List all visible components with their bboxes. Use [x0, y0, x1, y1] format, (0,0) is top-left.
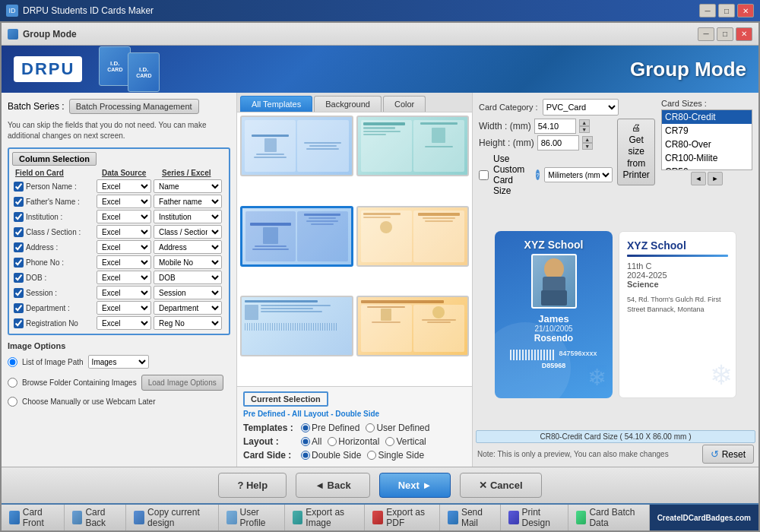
custom-size-checkbox[interactable] — [479, 170, 489, 180]
radio-double-side[interactable]: Double Side — [301, 450, 361, 461]
tab-all-templates[interactable]: All Templates — [240, 96, 312, 112]
col-header-field[interactable]: Field on Card — [15, 169, 99, 177]
value-select-class[interactable]: Class / Section — [154, 225, 222, 239]
radio-layout-horizontal[interactable]: Horizontal — [328, 436, 379, 447]
taskbar-print-design[interactable]: Print Design — [501, 505, 568, 530]
checkbox-department[interactable] — [14, 303, 24, 313]
checkbox-person[interactable] — [14, 182, 24, 192]
card-sizes-scroll-right[interactable]: ► — [708, 172, 723, 185]
height-down[interactable]: ▼ — [582, 143, 593, 150]
w-min-btn[interactable]: ─ — [698, 27, 714, 41]
width-up[interactable]: ▲ — [579, 119, 590, 126]
card-sizes-scroll-left[interactable]: ◄ — [691, 172, 706, 185]
batch-processing-button[interactable]: Batch Processing Management — [69, 99, 199, 114]
radio-single-side[interactable]: Single Side — [367, 450, 424, 461]
value-select-dob[interactable]: DOB — [154, 271, 222, 284]
get-size-button[interactable]: 🖨 Get sizefrom Printer — [617, 119, 655, 185]
radio-webcam[interactable] — [8, 397, 17, 407]
value-select-address[interactable]: Address — [154, 240, 222, 254]
template-thumb-4[interactable] — [356, 206, 470, 267]
tab-background[interactable]: Background — [314, 96, 382, 112]
radio-predefined[interactable]: Pre Defined — [301, 423, 359, 433]
images-select[interactable]: Images — [88, 355, 149, 369]
template-thumb-2[interactable] — [356, 116, 470, 176]
col-header-source[interactable]: Data Source — [102, 169, 159, 177]
card-size-item-cr80over[interactable]: CR80-Over — [662, 138, 752, 151]
card-category-select[interactable]: PVC_Card — [543, 99, 619, 116]
next-button[interactable]: Next ► — [379, 473, 451, 498]
value-select-father[interactable]: Father name — [154, 195, 222, 208]
checkbox-class[interactable] — [14, 227, 24, 237]
prev-class-2: 11th C — [627, 261, 728, 271]
col-header-series[interactable]: Series / Excel — [162, 169, 223, 177]
source-select-person[interactable]: Excel — [97, 179, 151, 193]
width-down[interactable]: ▼ — [579, 126, 590, 133]
height-input[interactable] — [537, 135, 579, 150]
source-select-institution[interactable]: Excel — [97, 210, 151, 223]
taskbar-export-pdf[interactable]: Export as PDF — [365, 505, 440, 530]
load-image-options-button[interactable]: Load Image Options — [141, 375, 223, 391]
source-select-regno[interactable]: Excel — [97, 316, 151, 330]
template-thumb-3[interactable] — [240, 206, 353, 267]
height-up[interactable]: ▲ — [582, 136, 593, 143]
minimize-button[interactable]: ─ — [699, 4, 716, 17]
template-thumb-6[interactable] — [356, 296, 470, 356]
checkbox-father[interactable] — [14, 197, 24, 207]
value-select-session[interactable]: Session — [154, 286, 222, 299]
taskbar-card-batch[interactable]: Card Batch Data — [568, 505, 650, 530]
checkbox-phone[interactable] — [14, 258, 24, 268]
help-button[interactable]: ? Help — [218, 473, 287, 498]
card-size-item-cr80credit[interactable]: CR80-Credit — [662, 110, 752, 124]
source-select-dob[interactable]: Excel — [97, 271, 151, 284]
radio-userdefined[interactable]: User Defined — [366, 423, 429, 433]
taskbar-card-front[interactable]: Card Front — [2, 505, 65, 530]
radio-layout-vertical[interactable]: Vertical — [385, 436, 426, 447]
template-thumb-1[interactable] — [240, 116, 353, 176]
unit-select[interactable]: Milimeters (mm) — [544, 167, 613, 182]
source-select-session[interactable]: Excel — [97, 286, 151, 299]
template-thumb-5[interactable] — [240, 296, 353, 356]
maximize-button[interactable]: □ — [718, 4, 735, 17]
taskbar-send-mail[interactable]: Send Mail — [440, 505, 501, 530]
width-input[interactable] — [534, 119, 576, 134]
taskbar-copy-design[interactable]: Copy current design — [126, 505, 219, 530]
card-side-label: Card Side : — [243, 450, 296, 461]
checkbox-address[interactable] — [14, 242, 24, 252]
selection-panel: Current Selection Pre Defined - All Layo… — [237, 386, 472, 467]
taskbar-user-profile[interactable]: User Profile — [219, 505, 285, 530]
value-select-institution[interactable]: Institution — [154, 210, 222, 223]
card-batch-icon — [576, 511, 587, 524]
layout-row: Layout : All Horizontal Vertical — [243, 435, 466, 448]
value-select-phone[interactable]: Mobile No — [154, 255, 222, 269]
svg-point-0 — [544, 258, 564, 280]
checkbox-institution[interactable] — [14, 212, 24, 222]
source-select-father[interactable]: Excel — [97, 195, 151, 208]
value-select-department[interactable]: Department — [154, 301, 222, 315]
tab-color[interactable]: Color — [383, 96, 426, 112]
card-size-item-cr50[interactable]: CR50 — [662, 165, 752, 170]
checkbox-regno[interactable] — [14, 318, 24, 328]
reset-button[interactable]: ↺ Reset — [702, 445, 754, 464]
source-select-class[interactable]: Excel — [97, 225, 151, 239]
checkbox-session[interactable] — [14, 288, 24, 298]
value-select-regno[interactable]: Reg No — [154, 316, 222, 330]
card-size-item-cr79[interactable]: CR79 — [662, 124, 752, 138]
value-select-person[interactable]: Name — [154, 179, 222, 193]
back-button[interactable]: ◄ Back — [296, 473, 370, 498]
close-button[interactable]: ✕ — [737, 4, 754, 17]
w-close-btn[interactable]: ✕ — [736, 27, 752, 41]
checkbox-dob[interactable] — [14, 273, 24, 283]
taskbar-export-image[interactable]: Export as Image — [285, 505, 366, 530]
card-size-item-cr100milite[interactable]: CR100-Milite — [662, 151, 752, 165]
source-select-phone[interactable]: Excel — [97, 255, 151, 269]
help-icon[interactable]: ? — [536, 169, 540, 180]
current-selection-desc: Pre Defined - All Layout - Double Side — [243, 410, 466, 418]
taskbar-card-back[interactable]: Card Back — [65, 505, 127, 530]
cancel-button[interactable]: ✕ Cancel — [460, 473, 541, 498]
radio-layout-all[interactable]: All — [301, 436, 321, 447]
w-max-btn[interactable]: □ — [717, 27, 733, 41]
radio-list-image[interactable] — [8, 357, 17, 367]
source-select-department[interactable]: Excel — [97, 301, 151, 315]
radio-browse-folder[interactable] — [8, 378, 17, 388]
source-select-address[interactable]: Excel — [97, 240, 151, 254]
